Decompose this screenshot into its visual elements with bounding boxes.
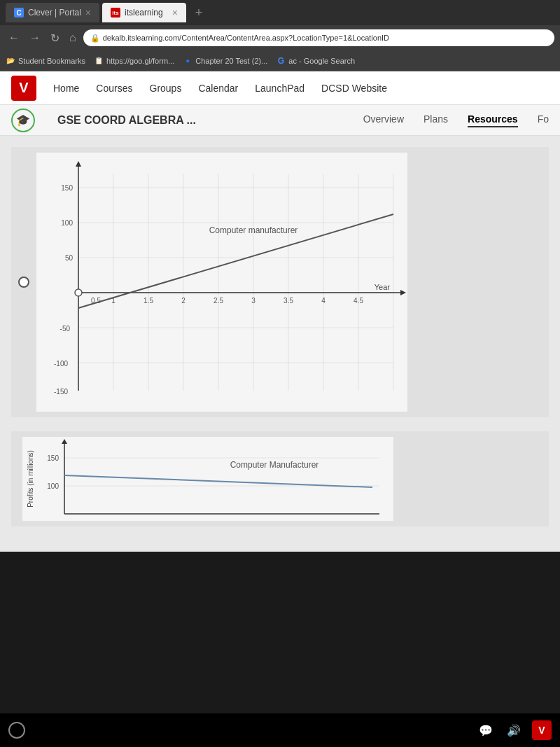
svg-rect-0 <box>36 153 407 412</box>
bookmark-google-icon: G <box>276 56 286 66</box>
svg-text:3.5: 3.5 <box>284 297 293 305</box>
bookmark-goo-icon: 📋 <box>94 56 104 66</box>
course-icon: 🎓 <box>11 109 35 132</box>
chart2-container: Profits (in millions) 150 100 Computer M… <box>11 431 549 526</box>
bookmark-goo[interactable]: 📋 https://goo.gl/form... <box>94 56 174 66</box>
sub-nav-links: Overview Plans Resources Fo <box>363 113 549 127</box>
bookmark-ch20-label: Chapter 20 Test (2)... <box>195 57 267 65</box>
bookmark-goo-label: https://goo.gl/form... <box>106 57 174 65</box>
svg-text:-150: -150 <box>54 388 68 396</box>
website-content: V Home Courses Groups Calendar LaunchPad… <box>0 71 560 552</box>
its-favicon: its <box>111 8 120 18</box>
svg-text:Profits (in millions): Profits (in millions) <box>27 450 34 508</box>
svg-text:Computer Manufacturer: Computer Manufacturer <box>230 460 319 470</box>
svg-text:4: 4 <box>321 297 326 305</box>
chart1-svg: Profits (in millions) 150 100 50 -50 -10… <box>36 153 407 412</box>
refresh-button[interactable]: ↻ <box>48 30 62 46</box>
address-bar: ← → ↻ ⌂ 🔒 dekalb.itslearning.com/Content… <box>0 25 560 50</box>
home-button[interactable]: ⌂ <box>66 30 79 46</box>
svg-text:100: 100 <box>47 482 59 490</box>
tab-resources[interactable]: Resources <box>468 113 518 127</box>
nav-launchpad[interactable]: LaunchPad <box>255 83 304 94</box>
taskbar-right: 💬 🔊 V <box>476 720 552 740</box>
svg-rect-40 <box>22 437 393 521</box>
chat-icon[interactable]: 💬 <box>476 720 496 740</box>
nav-calendar[interactable]: Calendar <box>198 83 238 94</box>
sound-icon[interactable]: 🔊 <box>504 720 524 740</box>
svg-text:1.5: 1.5 <box>144 297 153 305</box>
tab-overview[interactable]: Overview <box>363 113 404 127</box>
svg-text:2.5: 2.5 <box>214 297 223 305</box>
svg-text:4.5: 4.5 <box>354 297 363 305</box>
new-tab-button[interactable]: + <box>189 3 209 22</box>
bookmark-google-label: ac - Google Search <box>288 57 355 65</box>
svg-text:150: 150 <box>47 454 59 462</box>
tab-bar: C Clever | Portal × its itslearning × + <box>0 0 560 25</box>
tab-itslearning-close[interactable]: × <box>172 7 178 18</box>
bookmark-ch20-icon: ● <box>183 56 192 66</box>
radio-option-1[interactable] <box>18 277 29 288</box>
bookmark-student-label: Student Bookmarks <box>18 57 85 65</box>
nav-groups[interactable]: Groups <box>150 83 182 94</box>
tab-itslearning[interactable]: its itslearning × <box>102 3 186 22</box>
svg-text:2: 2 <box>181 297 186 305</box>
bookmark-google[interactable]: G ac - Google Search <box>276 56 355 66</box>
svg-text:3: 3 <box>251 297 255 305</box>
svg-text:150: 150 <box>61 184 73 192</box>
tab-plans[interactable]: Plans <box>424 113 448 127</box>
bookmarks-bar: 📂 Student Bookmarks 📋 https://goo.gl/for… <box>0 50 560 71</box>
taskbar-left <box>8 722 25 739</box>
nav-dcsd[interactable]: DCSD Website <box>321 83 387 94</box>
back-button[interactable]: ← <box>6 30 22 46</box>
bookmark-chapter20[interactable]: ● Chapter 20 Test (2)... <box>183 56 267 66</box>
page-content: Profits (in millions) 150 100 50 -50 -10… <box>0 136 560 552</box>
bookmark-student-icon: 📂 <box>6 56 15 66</box>
svg-text:Computer manufacturer: Computer manufacturer <box>209 225 298 235</box>
tab-fo[interactable]: Fo <box>538 113 549 127</box>
svg-text:-100: -100 <box>54 360 68 368</box>
site-nav: V Home Courses Groups Calendar LaunchPad… <box>0 71 560 105</box>
svg-text:Year: Year <box>374 283 391 291</box>
taskbar: 💬 🔊 V <box>0 713 560 747</box>
tab-itslearning-label: itslearning <box>125 8 163 18</box>
sub-nav: 🎓 GSE COORD ALGEBRA ... Overview Plans R… <box>0 105 560 136</box>
svg-text:100: 100 <box>61 219 73 227</box>
chart2-svg: Profits (in millions) 150 100 Computer M… <box>22 437 393 521</box>
taskbar-logo: V <box>532 720 552 740</box>
tab-clever-label: Clever | Portal <box>28 8 81 18</box>
site-logo: V <box>11 76 36 101</box>
tab-clever-close[interactable]: × <box>85 7 91 18</box>
lock-icon: 🔒 <box>90 34 100 43</box>
nav-courses[interactable]: Courses <box>96 83 132 94</box>
course-title: GSE COORD ALGEBRA ... <box>57 114 196 127</box>
browser-chrome: C Clever | Portal × its itslearning × + … <box>0 0 560 71</box>
svg-text:-50: -50 <box>60 325 71 333</box>
bookmark-student[interactable]: 📂 Student Bookmarks <box>6 56 85 66</box>
url-text: dekalb.itslearning.com/ContentArea/Conte… <box>103 34 389 42</box>
chart1-container: Profits (in millions) 150 100 50 -50 -10… <box>11 147 549 417</box>
clever-favicon: C <box>14 8 24 18</box>
url-bar[interactable]: 🔒 dekalb.itslearning.com/ContentArea/Con… <box>83 29 554 46</box>
forward-button[interactable]: → <box>27 30 43 46</box>
tab-clever[interactable]: C Clever | Portal × <box>6 3 99 22</box>
nav-home[interactable]: Home <box>53 83 79 94</box>
taskbar-home-button[interactable] <box>8 722 25 739</box>
svg-point-38 <box>75 289 82 296</box>
svg-text:50: 50 <box>65 254 74 262</box>
